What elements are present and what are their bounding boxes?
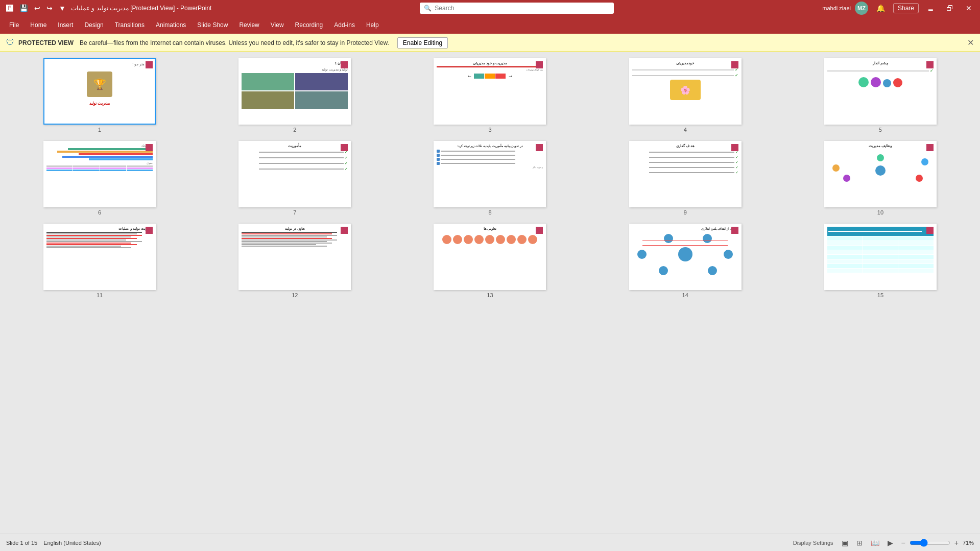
menu-animations[interactable]: Animations — [151, 19, 191, 31]
reading-view-button[interactable]: 📖 — [869, 538, 881, 548]
slide-corner-3 — [536, 61, 543, 68]
menu-slideshow[interactable]: Slide Show — [192, 19, 233, 31]
menu-bar: File Home Insert Design Transitions Anim… — [0, 16, 980, 34]
slide-thumbnail-10[interactable]: وظایف مدیریت — [824, 141, 937, 207]
slide-number-4: 4 — [684, 127, 687, 133]
status-bar: Slide 1 of 15 English (United States) Di… — [0, 534, 980, 551]
slide-item-15[interactable]: 15 — [787, 224, 974, 298]
slide-item-10[interactable]: وظایف مدیریت 10 — [787, 141, 974, 215]
slide-item-6[interactable]: متن کوچک جدول 6 — [6, 141, 193, 215]
slide-number-7: 7 — [293, 209, 296, 215]
slide-number-11: 11 — [97, 292, 103, 298]
customize-button[interactable]: ▼ — [57, 3, 68, 13]
slide-item-9[interactable]: هد ف گذاری ✓ ✓ ✓ ✓ ✓ 9 — [592, 141, 779, 215]
slide-thumbnail-2[interactable]: بودمان 1 تولید و مدیریت تولید — [238, 58, 351, 125]
slide-corner-4 — [731, 61, 738, 68]
slide-corner-1 — [146, 61, 153, 68]
slide-item-8[interactable]: در تدوین بیانیه مأموریت باید به نکات زیر… — [396, 141, 583, 215]
slide-thumbnail-7[interactable]: مأموریت ✓ ✓ ✓ ✓ — [238, 141, 351, 207]
shield-icon: 🛡 — [6, 38, 14, 47]
protected-view-bar: 🛡 PROTECTED VIEW Be careful—files from t… — [0, 34, 980, 52]
slide-thumbnail-11[interactable]: مدیریت تولید و عملیات — [43, 224, 156, 290]
slide-item-11[interactable]: مدیریت تولید و عملیات 11 — [6, 224, 193, 298]
zoom-in-button[interactable]: + — [952, 538, 961, 548]
title-bar: 🅿 💾 ↩ ↪ ▼ مدیریت تولید و عملیات [Protect… — [0, 0, 980, 16]
slide-item-14[interactable]: راهبرد از اهداف بلقن اهلاری 14 — [592, 224, 779, 298]
search-box[interactable]: 🔍 — [420, 3, 614, 14]
slide-thumbnail-4[interactable]: خودمدیریتی ✓ ✓ 🌸 — [629, 58, 742, 125]
slide-item-13[interactable]: تعاونی ها 13 — [396, 224, 583, 298]
menu-review[interactable]: Review — [234, 19, 264, 31]
save-button[interactable]: 💾 — [17, 3, 30, 13]
slide-number-6: 6 — [98, 209, 101, 215]
undo-button[interactable]: ↩ — [32, 3, 42, 13]
protected-message: Be careful—files from the Internet can c… — [80, 39, 389, 46]
minimize-button[interactable]: 🗕 — [923, 3, 938, 13]
slideshow-button[interactable]: ▶ — [886, 538, 895, 548]
menu-file[interactable]: File — [4, 19, 24, 31]
slide-item-5[interactable]: چشم انداز ✓ 5 — [787, 58, 974, 133]
slide-item-2[interactable]: بودمان 1 تولید و مدیریت تولید 2 — [201, 58, 388, 133]
slide-item-12[interactable]: تعاون در تولید 12 — [201, 224, 388, 298]
slide-number-9: 9 — [684, 209, 687, 215]
window-title: مدیریت تولید و عملیات [Protected View] -… — [71, 5, 212, 12]
slide-thumbnail-3[interactable]: مدیریت و خود مدیریتی متن کوچک توضیحات ← … — [434, 58, 546, 125]
menu-help[interactable]: Help — [361, 19, 384, 31]
slide-info: Slide 1 of 15 — [6, 540, 37, 546]
restore-button[interactable]: 🗗 — [942, 3, 958, 13]
slide-thumbnail-14[interactable]: راهبرد از اهداف بلقن اهلاری — [629, 224, 742, 290]
slide-number-1: 1 — [98, 127, 101, 133]
slide-number-13: 13 — [487, 292, 493, 298]
slide-number-8: 8 — [488, 209, 491, 215]
zoom-slider[interactable] — [910, 539, 950, 547]
close-button[interactable]: ✕ — [962, 3, 976, 13]
slide-thumbnail-13[interactable]: تعاونی ها — [434, 224, 546, 290]
close-bar-button[interactable]: ✕ — [967, 38, 974, 47]
slide-number-12: 12 — [292, 292, 298, 298]
menu-design[interactable]: Design — [79, 19, 108, 31]
menu-transitions[interactable]: Transitions — [110, 19, 150, 31]
display-settings-button[interactable]: Display Settings — [791, 539, 835, 547]
share-button[interactable]: Share — [893, 3, 919, 13]
notifications-button[interactable]: 🔔 — [872, 3, 889, 13]
user-name: mahdi ziaei — [822, 5, 851, 11]
language: English (United States) — [43, 540, 101, 546]
slide-item-7[interactable]: مأموریت ✓ ✓ ✓ ✓ 7 — [201, 141, 388, 215]
menu-addins[interactable]: Add-ins — [329, 19, 360, 31]
titlebar-center: 🔍 — [211, 3, 822, 14]
titlebar-right: mahdi ziaei MZ 🔔 Share 🗕 🗗 ✕ — [822, 2, 976, 15]
redo-button[interactable]: ↪ — [44, 3, 55, 13]
slide-item-1[interactable]: نام هنر جو : 🏆 مدیریت تولید 1 — [6, 58, 193, 133]
status-left: Slide 1 of 15 English (United States) — [6, 540, 101, 546]
slide-thumbnail-9[interactable]: هد ف گذاری ✓ ✓ ✓ ✓ ✓ — [629, 141, 742, 207]
slide-corner-8 — [536, 144, 543, 151]
zoom-level: 71% — [963, 540, 974, 546]
slide-thumbnail-1[interactable]: نام هنر جو : 🏆 مدیریت تولید — [43, 58, 156, 125]
slide-corner-11 — [146, 227, 153, 234]
titlebar-left: 🅿 💾 ↩ ↪ ▼ مدیریت تولید و عملیات [Protect… — [4, 3, 211, 13]
slide-corner-13 — [536, 227, 543, 234]
normal-view-button[interactable]: ▣ — [840, 538, 850, 548]
slide-item-4[interactable]: خودمدیریتی ✓ ✓ 🌸 4 — [592, 58, 779, 133]
slide-corner-9 — [731, 144, 738, 151]
menu-insert[interactable]: Insert — [53, 19, 78, 31]
menu-home[interactable]: Home — [25, 19, 52, 31]
slide-thumbnail-5[interactable]: چشم انداز ✓ — [824, 58, 937, 125]
status-right: Display Settings ▣ ⊞ 📖 ▶ − + 71% — [791, 538, 974, 548]
zoom-out-button[interactable]: − — [899, 538, 907, 548]
slide-thumbnail-12[interactable]: تعاون در تولید — [238, 224, 351, 290]
slide-thumbnail-8[interactable]: در تدوین بیانیه مأموریت باید به نکات زیر… — [434, 141, 546, 207]
slide-sorter-button[interactable]: ⊞ — [854, 538, 865, 548]
slide-number-5: 5 — [879, 127, 882, 133]
enable-editing-button[interactable]: Enable Editing — [397, 37, 448, 49]
slide-corner-2 — [341, 61, 348, 68]
slide-thumbnail-6[interactable]: متن کوچک جدول — [43, 141, 156, 207]
avatar[interactable]: MZ — [855, 2, 868, 15]
slide-thumbnail-15[interactable] — [824, 224, 937, 290]
search-input[interactable] — [435, 5, 610, 12]
menu-view[interactable]: View — [266, 19, 289, 31]
slide-number-14: 14 — [682, 292, 688, 298]
menu-recording[interactable]: Recording — [290, 19, 328, 31]
slide-item-3[interactable]: مدیریت و خود مدیریتی متن کوچک توضیحات ← … — [396, 58, 583, 133]
app-icon[interactable]: 🅿 — [4, 3, 15, 13]
